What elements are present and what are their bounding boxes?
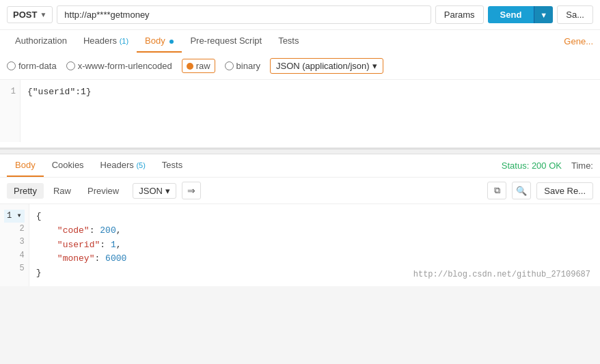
body-dot [169, 40, 174, 44]
response-format-select[interactable]: JSON ▾ [133, 183, 176, 199]
panel-separator [0, 149, 600, 154]
copy-button[interactable]: ⧉ [487, 182, 506, 199]
x-www-form-option[interactable]: x-www-form-urlencoded [66, 61, 172, 71]
response-tab-headers[interactable]: Headers (5) [92, 154, 154, 177]
response-line-numbers: 1 ▾ 2 3 4 5 [0, 204, 29, 286]
response-code-area: 1 ▾ 2 3 4 5 { "code": 200, "userid": 1, … [0, 204, 600, 286]
resp-line-4: "money": 6000 [36, 252, 593, 266]
save-response-button[interactable]: Save Re... [536, 182, 593, 199]
format-chevron-icon: ▾ [165, 186, 170, 196]
request-code-content[interactable]: {"userid":1} [21, 80, 600, 142]
raw-button[interactable]: Raw [46, 183, 78, 199]
raw-dot-icon [187, 63, 193, 70]
method-chevron-icon: ▼ [40, 11, 46, 18]
tab-headers[interactable]: Headers (1) [75, 30, 137, 53]
request-code-line-1: {"userid":1} [27, 85, 593, 100]
params-button[interactable]: Params [435, 5, 484, 24]
preview-button[interactable]: Preview [81, 183, 126, 199]
wrap-button[interactable]: ⇒ [182, 182, 201, 199]
search-button[interactable]: 🔍 [512, 182, 531, 199]
json-format-select[interactable]: JSON (application/json) ▾ [270, 58, 383, 74]
resp-line-3: "userid": 1, [36, 238, 593, 253]
method-label: POST [13, 10, 37, 20]
send-dropdown-button[interactable]: ▼ [534, 6, 553, 23]
url-input[interactable] [57, 5, 431, 24]
response-tab-cookies[interactable]: Cookies [44, 154, 92, 177]
response-action-icons: ⧉ 🔍 Save Re... [487, 182, 593, 199]
request-tabs-row: Authorization Headers (1) Body Pre-reque… [0, 30, 600, 53]
pretty-button[interactable]: Pretty [7, 183, 44, 199]
response-toolbar: Pretty Raw Preview JSON ▾ ⇒ ⧉ 🔍 Save Re.… [0, 178, 600, 204]
status-badge: Status: 200 OK [502, 160, 562, 171]
response-tab-body[interactable]: Body [7, 154, 44, 177]
headers-badge: (1) [120, 37, 128, 45]
response-time: Time: [571, 160, 593, 171]
save-button[interactable]: Sa... [557, 5, 593, 24]
send-button[interactable]: Send [488, 6, 534, 23]
url-bar: POST ▼ Params Send ▼ Sa... [0, 0, 600, 30]
copy-icon: ⧉ [494, 185, 500, 196]
json-chevron-icon: ▾ [372, 61, 377, 71]
raw-option[interactable]: raw [182, 59, 215, 73]
watermark: http://blog.csdn.net/github_27109687 [413, 270, 590, 279]
response-tab-tests[interactable]: Tests [154, 154, 191, 177]
form-data-option[interactable]: form-data [7, 61, 57, 71]
tab-tests[interactable]: Tests [270, 30, 307, 53]
response-headers-badge: (5) [136, 161, 145, 169]
response-status-section: Status: 200 OK Time: [502, 160, 593, 171]
wrap-icon: ⇒ [187, 185, 195, 196]
generate-link[interactable]: Gene... [564, 36, 593, 46]
tab-pre-request-script[interactable]: Pre-request Script [182, 30, 270, 53]
request-line-numbers: 1 [0, 80, 21, 142]
request-code-area: 1 {"userid":1} [0, 80, 600, 148]
top-panel: POST ▼ Params Send ▼ Sa... Authorization… [0, 0, 600, 149]
tab-authorization[interactable]: Authorization [7, 30, 75, 53]
resp-line-2: "code": 200, [36, 224, 593, 238]
binary-option[interactable]: binary [225, 61, 260, 71]
method-select[interactable]: POST ▼ [7, 6, 53, 23]
send-btn-group: Send ▼ [488, 6, 554, 23]
resp-line-1: { [36, 210, 593, 224]
tab-body[interactable]: Body [137, 30, 182, 53]
search-icon: 🔍 [516, 186, 527, 196]
body-options-row: form-data x-www-form-urlencoded raw bina… [0, 53, 600, 80]
response-tabs-row: Body Cookies Headers (5) Tests Status: 2… [0, 154, 600, 178]
bottom-panel: Body Cookies Headers (5) Tests Status: 2… [0, 154, 600, 286]
